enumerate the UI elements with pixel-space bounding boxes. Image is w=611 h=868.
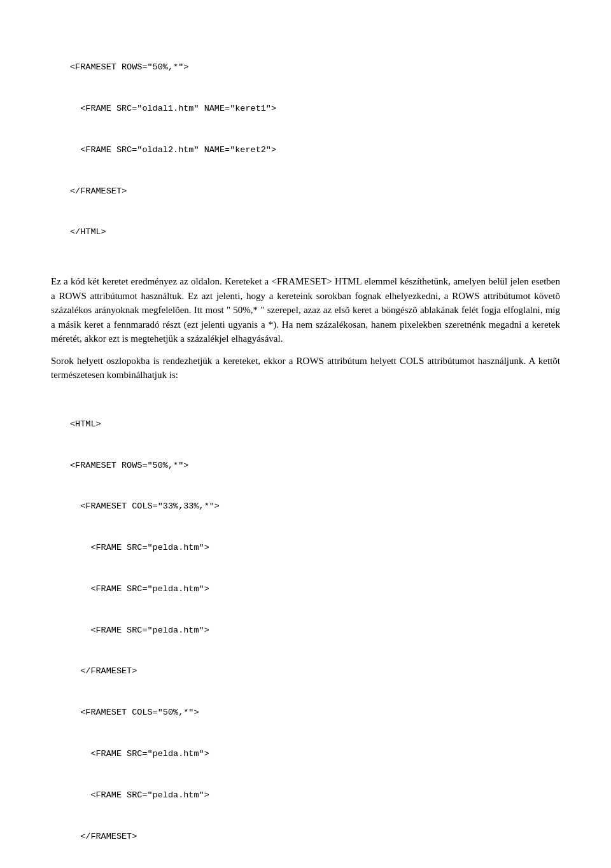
page: <FRAMESET ROWS="50%,*"> <FRAME SRC="olda…: [0, 0, 611, 868]
code-line: <FRAMESET ROWS="50%,*">: [70, 459, 560, 473]
code-line: <HTML>: [70, 417, 560, 431]
code-line: </FRAMESET>: [70, 830, 560, 844]
code-line: <FRAMESET ROWS="50%,*">: [70, 60, 560, 74]
code-line: </FRAMESET>: [70, 185, 560, 199]
code-line: <FRAMESET COLS="50%,*">: [70, 706, 560, 720]
code-line: <FRAMESET COLS="33%,33%,*">: [70, 500, 560, 514]
code-block-1: <FRAMESET ROWS="50%,*"> <FRAME SRC="olda…: [70, 33, 560, 267]
code-line: </HTML>: [70, 225, 560, 239]
code-line: <FRAME SRC="pelda.htm">: [70, 624, 560, 638]
code-line: <FRAME SRC="pelda.htm">: [70, 788, 560, 802]
code-line: </FRAMESET>: [70, 664, 560, 678]
code-line: <FRAME SRC="oldal2.htm" NAME="keret2">: [70, 143, 560, 157]
code-line: <FRAME SRC="pelda.htm">: [70, 747, 560, 761]
code-line: <FRAME SRC="pelda.htm">: [70, 541, 560, 555]
paragraph-2: Sorok helyett oszlopokba is rendezhetjük…: [51, 354, 560, 382]
paragraph-1: Ez a kód két keretet eredményez az oldal…: [51, 274, 560, 346]
code-line: <FRAME SRC="pelda.htm">: [70, 582, 560, 596]
code-block-2: <HTML> <FRAMESET ROWS="50%,*"> <FRAMESET…: [70, 390, 560, 868]
highlight-text: Itt most " 50%,* " szerepel, azaz az els…: [51, 305, 560, 344]
code-line: <FRAME SRC="oldal1.htm" NAME="keret1">: [70, 102, 560, 116]
